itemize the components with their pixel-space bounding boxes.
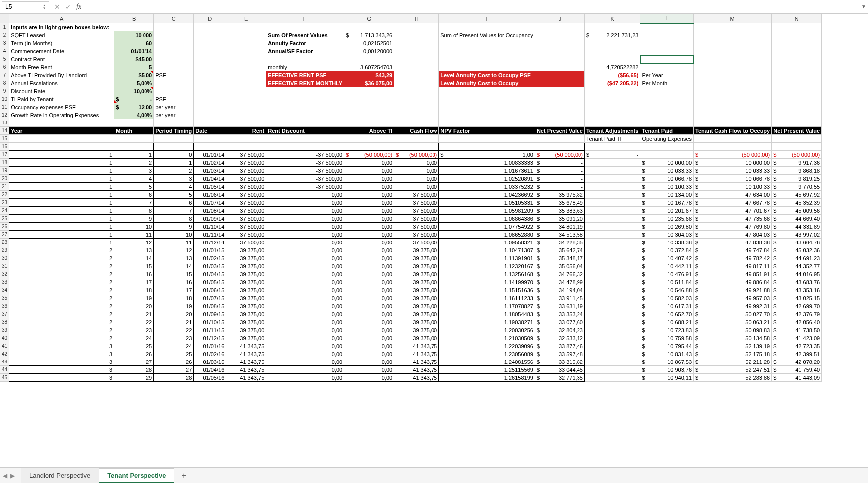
cell-G30[interactable]: 0,00 — [344, 254, 394, 262]
cell-K34[interactable] — [584, 286, 640, 294]
cell-H26[interactable]: 37 500,00 — [394, 223, 439, 231]
cell-K41[interactable] — [584, 342, 640, 350]
cell-M41[interactable]: $52 139,19 — [694, 342, 772, 350]
cell-D7[interactable] — [194, 71, 226, 79]
cell-J19[interactable]: $- — [535, 167, 584, 175]
cell-J1[interactable] — [535, 23, 584, 31]
cell-M20[interactable]: $10 066,78 — [694, 175, 772, 183]
cell-F45[interactable]: 0,00 — [266, 374, 344, 382]
cell-H21[interactable]: 0,00 — [394, 183, 439, 191]
cell-A10[interactable]: TI Paid by Tenant — [9, 95, 114, 103]
cell-E42[interactable]: 41 343,75 — [226, 350, 266, 358]
cell-C10[interactable]: PSF — [154, 95, 194, 103]
cell-F34[interactable]: 0,00 — [266, 286, 344, 294]
cell-B44[interactable]: 28 — [114, 366, 154, 374]
cell-C44[interactable]: 27 — [154, 366, 194, 374]
cell-K9[interactable] — [584, 87, 640, 95]
cell-G36[interactable]: 0,00 — [344, 302, 394, 310]
cell-E45[interactable]: 41 343,75 — [226, 374, 266, 382]
cell-H27[interactable]: 37 500,00 — [394, 231, 439, 239]
cell-M18[interactable]: $10 000,00 — [694, 159, 772, 167]
cell-J42[interactable]: $33 597,48 — [535, 350, 584, 358]
cell-M9[interactable] — [694, 87, 772, 95]
cell-D9[interactable] — [194, 87, 226, 95]
cell-L19[interactable]: $10 033,33 — [640, 167, 694, 175]
cell-J10[interactable] — [535, 95, 584, 103]
cell-A23[interactable]: 1 — [9, 199, 114, 207]
cell-L36[interactable]: $10 617,31 — [640, 302, 694, 310]
cell-I10[interactable] — [439, 95, 535, 103]
cell-G32[interactable]: 0,00 — [344, 270, 394, 278]
cell-K18[interactable] — [584, 159, 640, 167]
cell-M39[interactable]: $50 098,83 — [694, 326, 772, 334]
col-header-N[interactable]: N — [772, 14, 822, 23]
cell-K44[interactable] — [584, 366, 640, 374]
cell-F21[interactable]: -37 500,00 — [266, 183, 344, 191]
col-header-F[interactable]: F — [266, 14, 344, 23]
cell-H33[interactable]: 39 375,00 — [394, 278, 439, 286]
cell-E36[interactable]: 39 375,00 — [226, 302, 266, 310]
cell-C34[interactable]: 17 — [154, 286, 194, 294]
cell-A20[interactable]: 1 — [9, 175, 114, 183]
cell-N10[interactable] — [772, 95, 822, 103]
row-header[interactable]: 42 — [0, 350, 9, 358]
cell-N33[interactable]: $43 683,76 — [772, 278, 822, 286]
cell-G11[interactable] — [344, 103, 394, 111]
cell-A11[interactable]: Occupancy expenses PSF — [9, 103, 114, 111]
cell-H17[interactable]: $(50 000,00) — [394, 151, 439, 159]
cell-D12[interactable] — [194, 111, 226, 119]
cell-M31[interactable]: $49 817,11 — [694, 262, 772, 270]
cell-G21[interactable]: 0,00 — [344, 183, 394, 191]
cell-F11[interactable] — [266, 103, 344, 111]
cell-H7[interactable] — [394, 71, 439, 79]
cell-B43[interactable]: 27 — [114, 358, 154, 366]
cell-A35[interactable]: 2 — [9, 294, 114, 302]
cell-M8[interactable] — [694, 79, 772, 87]
cell-H44[interactable]: 41 343,75 — [394, 366, 439, 374]
cell-F26[interactable]: 0,00 — [266, 223, 344, 231]
cell-L1[interactable] — [640, 23, 694, 31]
cell-F24[interactable]: 0,00 — [266, 207, 344, 215]
cell-G1[interactable] — [344, 23, 394, 31]
col-header-A[interactable]: A — [9, 14, 114, 23]
cell-G18[interactable]: 0,00 — [344, 159, 394, 167]
cell-H5[interactable] — [394, 55, 439, 63]
cell-B16[interactable] — [114, 143, 154, 151]
cell-J27[interactable]: $34 513,58 — [535, 231, 584, 239]
row-header[interactable]: 28 — [0, 239, 9, 246]
cell-J13[interactable] — [535, 119, 584, 127]
select-all-corner[interactable] — [0, 14, 9, 23]
add-sheet-button[interactable]: + — [176, 471, 191, 480]
cell-H8[interactable] — [394, 79, 439, 87]
cell-J2[interactable] — [535, 31, 584, 39]
cell-D21[interactable]: 01/05/14 — [194, 183, 226, 191]
cell-M28[interactable]: $47 838,38 — [694, 239, 772, 246]
cell-G24[interactable]: 0,00 — [344, 207, 394, 215]
cell-K32[interactable] — [584, 270, 640, 278]
cell-B23[interactable]: 7 — [114, 199, 154, 207]
cell-H24[interactable]: 37 500,00 — [394, 207, 439, 215]
cell-L33[interactable]: $10 511,84 — [640, 278, 694, 286]
cell-I12[interactable] — [439, 111, 535, 119]
cell-G34[interactable]: 0,00 — [344, 286, 394, 294]
cell-N43[interactable]: $42 078,20 — [772, 358, 822, 366]
cell-K40[interactable] — [584, 334, 640, 342]
cell-L16[interactable] — [640, 143, 694, 151]
cell-K19[interactable] — [584, 167, 640, 175]
cell-F23[interactable]: 0,00 — [266, 199, 344, 207]
cell-N24[interactable]: $45 009,56 — [772, 207, 822, 215]
cell-H36[interactable]: 39 375,00 — [394, 302, 439, 310]
cell-G43[interactable]: 0,00 — [344, 358, 394, 366]
cell-B37[interactable]: 21 — [114, 310, 154, 318]
cell-K27[interactable] — [584, 231, 640, 239]
cell-L44[interactable]: $10 903,76 — [640, 366, 694, 374]
row-header[interactable]: 44 — [0, 366, 9, 374]
cell-F27[interactable]: 0,00 — [266, 231, 344, 239]
cell-J16[interactable] — [535, 143, 584, 151]
cell-E18[interactable]: 37 500,00 — [226, 159, 266, 167]
cell-K11[interactable] — [584, 103, 640, 111]
cell-C43[interactable]: 26 — [154, 358, 194, 366]
cell-I15[interactable] — [439, 135, 535, 143]
cell-J20[interactable]: $- — [535, 175, 584, 183]
cell-G4[interactable]: 0,00120000 — [344, 47, 394, 55]
